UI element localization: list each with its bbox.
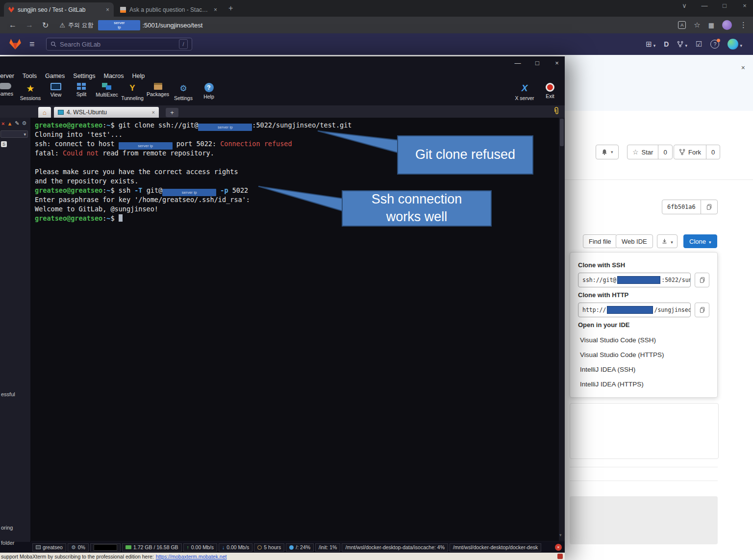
- clone-button[interactable]: Clone: [683, 234, 717, 248]
- sidebar-text-fragment: essful: [1, 391, 15, 397]
- exit-icon: [546, 83, 554, 92]
- toolbar-label: Sessions: [20, 95, 41, 101]
- toolbar-sessions-button[interactable]: Sessions: [18, 81, 43, 105]
- paperclip-icon[interactable]: [553, 107, 560, 115]
- download-button[interactable]: [657, 234, 678, 248]
- toolbar-packages-button[interactable]: Packages: [145, 81, 171, 105]
- status-close-icon[interactable]: [555, 544, 562, 551]
- address-url[interactable]: :5001/sungjinseo/test: [142, 22, 202, 29]
- create-new-button[interactable]: [646, 40, 655, 49]
- gitlab-search-input[interactable]: Search GitLab /: [46, 38, 192, 51]
- fork-count[interactable]: 0: [706, 145, 720, 159]
- todo-list-icon[interactable]: [696, 40, 702, 49]
- browser-tab-stackoverflow[interactable]: Ask a public question - Stack O: [116, 2, 222, 17]
- settings-icon[interactable]: [22, 120, 27, 127]
- terminal-line: and the repository exists.: [35, 177, 559, 186]
- browser-action-icons: [678, 20, 747, 30]
- tab-close-icon[interactable]: [152, 109, 155, 115]
- scrollbar-down-arrow[interactable]: [559, 533, 562, 537]
- close-icon[interactable]: [553, 59, 561, 67]
- menu-item-macros[interactable]: Macros: [103, 73, 124, 79]
- footer-grip-icon[interactable]: [557, 554, 563, 559]
- profile-avatar[interactable]: [722, 20, 732, 30]
- find-file-button[interactable]: Find file: [583, 234, 617, 248]
- copy-ssh-url-button[interactable]: [695, 273, 709, 287]
- terminal-scrollbar[interactable]: [559, 118, 565, 541]
- tab-close-icon[interactable]: [214, 6, 217, 13]
- toolbar-tunneling-button[interactable]: Tunneling: [120, 81, 145, 105]
- browser-menu-icon[interactable]: [740, 21, 747, 29]
- extensions-icon[interactable]: [708, 21, 714, 29]
- toolbar-help-button[interactable]: Help: [196, 81, 222, 105]
- fork-button[interactable]: Fork: [674, 145, 706, 159]
- tab-search-icon[interactable]: [681, 2, 688, 9]
- web-ide-button[interactable]: Web IDE: [616, 234, 653, 248]
- hamburger-menu-icon[interactable]: [29, 39, 35, 50]
- menu-item-tools[interactable]: Tools: [23, 73, 37, 79]
- menu-item-server[interactable]: Server: [0, 73, 14, 79]
- duo-icon[interactable]: [664, 40, 669, 48]
- star-icon: [632, 148, 639, 156]
- home-tab[interactable]: [38, 107, 51, 118]
- ide-option-2[interactable]: IntelliJ IDEA (SSH): [578, 362, 709, 377]
- toolbar-xserver-button[interactable]: X server: [512, 81, 537, 105]
- toolbar-exit-button[interactable]: Exit: [537, 81, 563, 105]
- site-security-chip[interactable]: 주의 요함: [59, 21, 93, 29]
- ide-option-0[interactable]: Visual Studio Code (SSH): [578, 332, 709, 347]
- sidebar-filter-dropdown[interactable]: [0, 130, 28, 138]
- maximize-icon[interactable]: [533, 59, 541, 67]
- user-menu[interactable]: [728, 39, 742, 50]
- notification-bell-button[interactable]: [596, 145, 619, 159]
- close-icon[interactable]: [741, 2, 748, 9]
- new-tab-button[interactable]: [228, 4, 233, 13]
- new-terminal-tab-button[interactable]: [166, 108, 178, 117]
- toolbar-games-button[interactable]: Games: [0, 81, 18, 105]
- search-icon: [50, 41, 56, 47]
- browser-tab-gitlab[interactable]: sungjin seo / Test - GitLab: [4, 2, 114, 17]
- forward-icon[interactable]: [25, 21, 33, 29]
- clone-ssh-input[interactable]: ssh://git@ :5022/sung: [578, 273, 691, 287]
- minimize-icon[interactable]: [701, 2, 708, 9]
- toolbar-split-button[interactable]: Split: [69, 81, 94, 105]
- toolbar-label: View: [50, 92, 62, 98]
- ide-option-3[interactable]: IntelliJ IDEA (HTTPS): [578, 377, 709, 391]
- menu-item-games[interactable]: Games: [45, 73, 65, 79]
- help-icon[interactable]: [710, 40, 719, 49]
- terminal-tab-wsl-ubuntu[interactable]: 4. WSL-Ubuntu: [54, 107, 159, 118]
- star-count[interactable]: 0: [658, 145, 672, 159]
- edit-icon[interactable]: [15, 120, 19, 127]
- banner-close-icon[interactable]: [741, 64, 745, 72]
- merge-requests-button[interactable]: [677, 40, 687, 49]
- star-button[interactable]: Star: [628, 145, 658, 159]
- terminal-text: greatseo@greatseo: [35, 214, 102, 222]
- scrollbar-thumb[interactable]: [560, 119, 564, 146]
- sessions-icon[interactable]: [7, 121, 12, 127]
- mobaxterm-title-bar[interactable]: [0, 56, 565, 71]
- translate-icon[interactable]: [678, 21, 686, 29]
- ide-option-1[interactable]: Visual Studio Code (HTTPS): [578, 347, 709, 362]
- commit-hash: 6fb501a6: [662, 200, 701, 214]
- toolbar-label: MultiExec: [96, 92, 118, 98]
- toolbar-view-button[interactable]: View: [43, 81, 69, 105]
- back-icon[interactable]: [9, 21, 17, 29]
- terminal-output[interactable]: greatseo@greatseo:~$ git clone ssh://git…: [30, 118, 559, 541]
- mobaxterm-footer: support MobaXterm by subscribing to the …: [0, 553, 565, 560]
- copy-commit-button[interactable]: [701, 200, 717, 214]
- terminal-text: $: [110, 121, 118, 129]
- gitlab-logo[interactable]: [9, 38, 22, 50]
- clone-http-input[interactable]: http:// /sungjinseo/t: [578, 303, 691, 317]
- footer-link[interactable]: https://mobaxterm.mobatek.net: [156, 554, 227, 560]
- toolbar-settings-button[interactable]: Settings: [171, 81, 196, 105]
- bookmark-star-icon[interactable]: [694, 21, 700, 29]
- copy-http-url-button[interactable]: [695, 303, 709, 317]
- tab-close-icon[interactable]: [106, 6, 109, 13]
- menu-item-help[interactable]: Help: [132, 73, 145, 79]
- mobaxterm-left-sidebar[interactable]: S: [0, 118, 31, 542]
- delete-icon[interactable]: [1, 121, 4, 127]
- terminal-text: ssh: [119, 186, 135, 194]
- toolbar-multiexec-button[interactable]: MultiExec: [94, 81, 120, 105]
- menu-item-settings[interactable]: Settings: [73, 73, 95, 79]
- reload-icon[interactable]: [42, 21, 49, 30]
- minimize-icon[interactable]: [514, 59, 522, 67]
- maximize-icon[interactable]: [721, 2, 728, 9]
